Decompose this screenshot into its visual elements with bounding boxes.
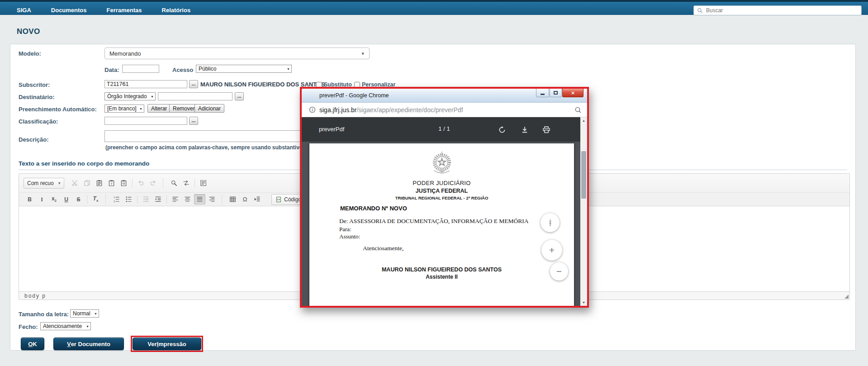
modelo-value: Memorando <box>109 50 141 57</box>
align-justify-icon[interactable] <box>194 194 205 204</box>
toolbar-separator <box>137 195 138 204</box>
classificacao-input[interactable] <box>104 117 187 125</box>
special-char-icon[interactable]: Ω <box>239 194 251 204</box>
global-search[interactable] <box>693 5 862 15</box>
ver-documento-button[interactable]: Ver Documento <box>53 337 124 350</box>
popup-title-bar[interactable]: preverPdf - Google Chrome × <box>302 89 587 103</box>
destinatario-browse-button[interactable]: ... <box>235 92 244 100</box>
destinatario-input[interactable] <box>158 92 232 100</box>
destinatario-tipo-select[interactable]: Órgão Integrado <box>104 92 156 100</box>
align-center-icon[interactable] <box>182 194 193 204</box>
toolbar-separator <box>87 195 87 204</box>
doc-org3: TRIBUNAL REGIONAL FEDERAL - 2ª REGIÃO <box>309 195 574 200</box>
select-all-icon[interactable] <box>198 178 209 188</box>
close-icon: × <box>571 90 575 96</box>
minimize-button[interactable] <box>536 89 549 97</box>
minimize-icon <box>541 94 545 95</box>
search-input[interactable] <box>705 7 861 14</box>
data-input[interactable] <box>122 65 159 73</box>
pdf-page: PODER JUDICIÁRIO JUSTIÇA FEDERAL TRIBUNA… <box>309 143 574 306</box>
align-right-icon[interactable] <box>206 194 218 204</box>
chevron-down-icon: ▾ <box>361 51 364 57</box>
scrollbar-thumb[interactable] <box>581 151 586 199</box>
close-button[interactable]: × <box>562 89 583 97</box>
nav-item-documentos[interactable]: Documentos <box>41 7 97 14</box>
bold-icon[interactable]: B <box>24 194 35 204</box>
paste-icon[interactable] <box>94 178 105 188</box>
align-left-icon[interactable] <box>170 194 181 204</box>
search-icon <box>697 8 703 14</box>
italic-icon[interactable]: I <box>36 194 47 204</box>
underline-icon[interactable]: U <box>61 194 72 204</box>
preenchimento-select[interactable]: [Em branco] <box>104 105 144 113</box>
chevron-down-icon: ▾ <box>58 181 61 185</box>
preverpdf-popup-window: preverPdf - Google Chrome × siga.jfrj.ju… <box>300 87 589 308</box>
maximize-button[interactable] <box>550 89 562 97</box>
table-icon[interactable] <box>227 194 238 204</box>
replace-icon[interactable] <box>180 178 192 188</box>
ver-impressao-highlight: Ver Impressão <box>131 336 203 352</box>
doc-de: De: ASSESSORIA DE DOCUMENTAÇÃO, INFORMAÇ… <box>339 218 529 225</box>
bullet-list-icon[interactable] <box>123 194 134 204</box>
indent-icon[interactable] <box>152 194 164 204</box>
subscritor-browse-button[interactable]: ... <box>189 80 198 88</box>
remover-button[interactable]: Remover <box>169 104 199 113</box>
destinatario-tipo-value: Órgão Integrado <box>107 93 147 100</box>
redo-icon <box>147 178 159 188</box>
page-break-icon[interactable] <box>251 194 263 204</box>
scroll-down-icon[interactable]: ▼ <box>580 299 587 306</box>
descricao-label: Descrição: <box>19 136 48 143</box>
ver-impressao-button[interactable]: Ver Impressão <box>133 337 201 350</box>
alterar-button[interactable]: Alterar <box>147 104 171 113</box>
toolbar-separator <box>194 179 195 187</box>
fit-page-button[interactable] <box>541 213 560 232</box>
acesso-select[interactable]: Público <box>196 65 292 73</box>
num-list-icon[interactable]: 12 <box>111 194 122 204</box>
nav-item-relatorios[interactable]: Relatórios <box>152 7 201 14</box>
strike-icon[interactable]: S <box>73 194 84 204</box>
element-path[interactable]: body p <box>24 293 46 299</box>
paragraph-style-combo[interactable]: Com recuo ▾ <box>24 178 64 189</box>
print-icon[interactable] <box>541 125 551 135</box>
remove-format-icon[interactable]: Tx <box>90 194 101 204</box>
rotate-icon[interactable] <box>497 125 507 135</box>
find-icon[interactable] <box>168 178 180 188</box>
popup-url-bar[interactable]: siga.jfrj.jus.br/sigaex/app/expediente/d… <box>302 103 587 117</box>
nav-brand-siga[interactable]: SIGA <box>7 7 41 14</box>
zoom-in-button[interactable]: + <box>541 240 562 261</box>
ok-button[interactable]: OK <box>21 337 44 350</box>
doc-closing: Atenciosamente, <box>363 245 403 252</box>
zoom-search-icon[interactable] <box>574 106 582 114</box>
toolbar-separator <box>132 179 133 187</box>
adicionar-button[interactable]: Adicionar <box>194 104 224 113</box>
info-icon[interactable] <box>309 106 316 113</box>
toolbar-group <box>168 178 213 188</box>
zoom-out-button[interactable]: − <box>550 262 568 280</box>
copy-icon <box>81 178 93 188</box>
maximize-icon <box>554 91 558 95</box>
tamanho-select[interactable]: Normal <box>70 309 99 318</box>
doc-signer: MAURO NILSON FIGUEIREDO DOS SANTOS <box>309 266 574 273</box>
page-title: NOVO <box>17 27 40 36</box>
top-navbar: SIGA Documentos Ferramentas Relatórios <box>0 0 868 15</box>
fecho-select[interactable]: Atenciosamente <box>40 322 91 330</box>
nav-item-ferramentas[interactable]: Ferramentas <box>97 7 152 14</box>
paste-word-icon[interactable]: W <box>118 178 129 188</box>
doc-signer-role: Assistente II <box>309 274 574 280</box>
doc-title: MEMORANDO Nº NOVO <box>340 205 407 212</box>
popup-title: preverPdf - Google Chrome <box>319 92 389 99</box>
paste-text-icon[interactable]: T <box>106 178 117 188</box>
subscritor-input[interactable] <box>104 80 187 88</box>
toolbar-group: TW <box>69 178 163 188</box>
undo-icon <box>135 178 147 188</box>
subscritor-label: Subscritor: <box>19 81 50 88</box>
classificacao-browse-button[interactable]: ... <box>189 117 198 125</box>
editor-resize-grip[interactable] <box>844 295 849 299</box>
scroll-up-icon[interactable]: ▲ <box>580 117 587 124</box>
download-icon[interactable] <box>520 125 530 135</box>
doc-org1: PODER JUDICIÁRIO <box>309 180 574 186</box>
outdent-icon <box>140 194 152 204</box>
pdf-title: preverPdf <box>319 126 344 133</box>
subscript-icon[interactable]: x2 <box>48 194 60 204</box>
modelo-combobox[interactable]: Memorando ▾ <box>104 48 370 59</box>
